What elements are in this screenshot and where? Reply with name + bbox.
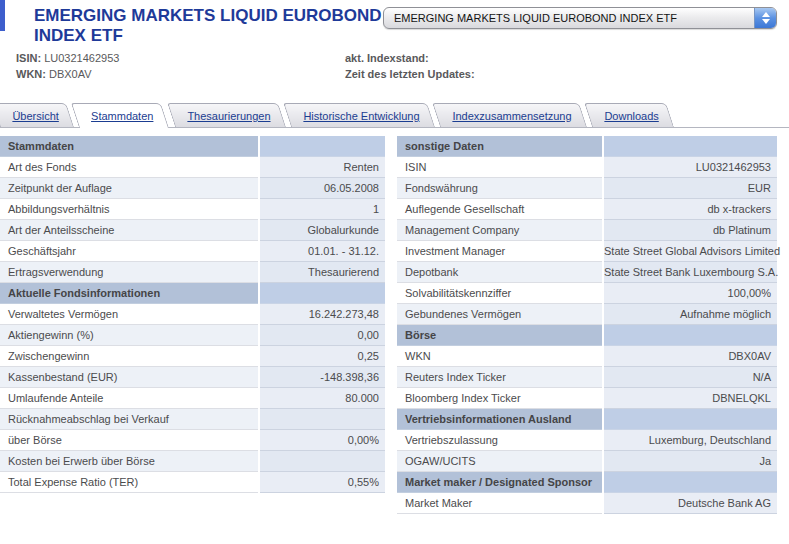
- section-header-label: Aktuelle Fondsinformationen: [0, 283, 258, 304]
- section-header-row: Stammdaten: [0, 136, 385, 157]
- tab-downloads[interactable]: Downloads: [585, 103, 675, 127]
- table-row: Total Expense Ratio (TER)0,55%: [0, 472, 385, 493]
- index-status: akt. Indexstand: Zeit des letzten Update…: [345, 50, 475, 82]
- table-row: über Börse0,00%: [0, 430, 385, 451]
- row-value: Ja: [604, 451, 777, 472]
- last-update-label: Zeit des letzten Updates:: [345, 66, 475, 82]
- table-row: Art der AnteilsscheineGlobalurkunde: [0, 220, 385, 241]
- table-row: Geschäftsjahr01.01. - 31.12.: [0, 241, 385, 262]
- up-arrow-icon: [762, 12, 770, 17]
- down-arrow-icon: [762, 19, 770, 24]
- table-row: Management Companydb Platinum: [397, 220, 777, 241]
- row-value: 06.05.2008: [260, 178, 385, 199]
- row-label: Management Company: [397, 220, 602, 241]
- table-row: Abbildungsverhältnis1: [0, 199, 385, 220]
- row-label: WKN: [397, 346, 602, 367]
- row-label: Kosten bei Erwerb über Börse: [0, 451, 258, 472]
- tab-label: Downloads: [605, 110, 659, 122]
- row-value: Luxemburg, Deutschland: [604, 430, 777, 451]
- row-value: N/A: [604, 367, 777, 388]
- stammdaten-table: StammdatenArt des FondsRentenZeitpunkt d…: [0, 136, 385, 493]
- table-row: ErtragsverwendungThesaurierend: [0, 262, 385, 283]
- section-header-row: Aktuelle Fondsinformationen: [0, 283, 385, 304]
- tab-label: Stammdaten: [92, 110, 154, 122]
- row-value: Globalurkunde: [260, 220, 385, 241]
- row-label: Zwischengewinn: [0, 346, 258, 367]
- table-row: Verwaltetes Vermögen16.242.273,48: [0, 304, 385, 325]
- row-value: 0,25: [260, 346, 385, 367]
- row-label: Aktiengewinn (%): [0, 325, 258, 346]
- row-value: DBNELQKL: [604, 388, 777, 409]
- row-value: 0,55%: [260, 472, 385, 493]
- row-value: 80.000: [260, 388, 385, 409]
- section-header-row: Vertriebsinformationen Ausland: [397, 409, 777, 430]
- row-value: [260, 451, 385, 472]
- row-value: [260, 136, 385, 157]
- row-value: [604, 136, 777, 157]
- tab-thesaurierungen[interactable]: Thesaurierungen: [167, 103, 286, 127]
- table-row: Bloomberg Index TickerDBNELQKL: [397, 388, 777, 409]
- row-value: 0,00: [260, 325, 385, 346]
- row-label: Rücknahmeabschlag bei Verkauf: [0, 409, 258, 430]
- table-row: Zeitpunkt der Auflage06.05.2008: [0, 178, 385, 199]
- section-header-row: sonstige Daten: [397, 136, 777, 157]
- sonstige-daten-table: sonstige DatenISINLU0321462953Fondswähru…: [397, 136, 777, 514]
- row-value: Deutsche Bank AG: [604, 493, 777, 514]
- table-row: Reuters Index TickerN/A: [397, 367, 777, 388]
- section-header-label: sonstige Daten: [397, 136, 602, 157]
- tab-indexzusammensetzung[interactable]: Indexzusammensetzung: [432, 103, 587, 127]
- fund-selector-dropdown[interactable]: EMERGING MARKETS LIQUID EUROBOND INDEX E…: [383, 7, 777, 29]
- fund-identifiers: ISIN: LU0321462953 WKN: DBX0AV: [16, 50, 119, 82]
- row-label: Reuters Index Ticker: [397, 367, 602, 388]
- row-value: State Street Bank Luxembourg S.A.: [604, 262, 777, 283]
- row-label: Verwaltetes Vermögen: [0, 304, 258, 325]
- row-value: 100,00%: [604, 283, 777, 304]
- row-label: Total Expense Ratio (TER): [0, 472, 258, 493]
- wkn-value: DBX0AV: [49, 68, 92, 80]
- row-label: Depotbank: [397, 262, 602, 283]
- table-row: FondswährungEUR: [397, 178, 777, 199]
- left-edge-blue-strip-top: [0, 0, 5, 31]
- table-row: Art des FondsRenten: [0, 157, 385, 178]
- section-header-label: Börse: [397, 325, 602, 346]
- table-row: Market MakerDeutsche Bank AG: [397, 493, 777, 514]
- tab-historische-entwicklung[interactable]: Historische Entwicklung: [283, 103, 435, 127]
- tab-uebersicht[interactable]: Übersicht: [0, 103, 74, 127]
- row-label: Umlaufende Anteile: [0, 388, 258, 409]
- fund-selector-selected-value: EMERGING MARKETS LIQUID EUROBOND INDEX E…: [384, 8, 754, 28]
- row-label: Gebundenes Vermögen: [397, 304, 602, 325]
- tab-label: Übersicht: [12, 110, 58, 122]
- tab-stammdaten[interactable]: Stammdaten: [71, 103, 169, 128]
- table-row: Gebundenes VermögenAufnahme möglich: [397, 304, 777, 325]
- table-row: Kosten bei Erwerb über Börse: [0, 451, 385, 472]
- section-header-label: Stammdaten: [0, 136, 258, 157]
- row-label: Geschäftsjahr: [0, 241, 258, 262]
- table-row: Rücknahmeabschlag bei Verkauf: [0, 409, 385, 430]
- row-value: EUR: [604, 178, 777, 199]
- row-value: DBX0AV: [604, 346, 777, 367]
- row-label: Bloomberg Index Ticker: [397, 388, 602, 409]
- row-value: Renten: [260, 157, 385, 178]
- row-label: Ertragsverwendung: [0, 262, 258, 283]
- isin-row: ISIN: LU0321462953: [16, 50, 119, 66]
- isin-label: ISIN:: [16, 52, 41, 64]
- row-label: OGAW/UCITS: [397, 451, 602, 472]
- row-label: Auflegende Gesellschaft: [397, 199, 602, 220]
- row-value: LU0321462953: [604, 157, 777, 178]
- dropdown-stepper-icon[interactable]: [754, 8, 776, 28]
- table-row: Auflegende Gesellschaftdb x-trackers: [397, 199, 777, 220]
- table-row: OGAW/UCITSJa: [397, 451, 777, 472]
- row-value: [604, 325, 777, 346]
- row-label: über Börse: [0, 430, 258, 451]
- row-value: -148.398,36: [260, 367, 385, 388]
- row-value: [260, 409, 385, 430]
- row-value: State Street Global Advisors Limited: [604, 241, 777, 262]
- table-row: DepotbankState Street Bank Luxembourg S.…: [397, 262, 777, 283]
- section-header-label: Vertriebsinformationen Ausland: [397, 409, 602, 430]
- tab-bar: ÜbersichtStammdatenThesaurierungenHistor…: [0, 103, 789, 128]
- tab-label: Thesaurierungen: [187, 110, 270, 122]
- row-label: Abbildungsverhältnis: [0, 199, 258, 220]
- row-label: Art der Anteilsscheine: [0, 220, 258, 241]
- row-label: ISIN: [397, 157, 602, 178]
- wkn-row: WKN: DBX0AV: [16, 66, 119, 82]
